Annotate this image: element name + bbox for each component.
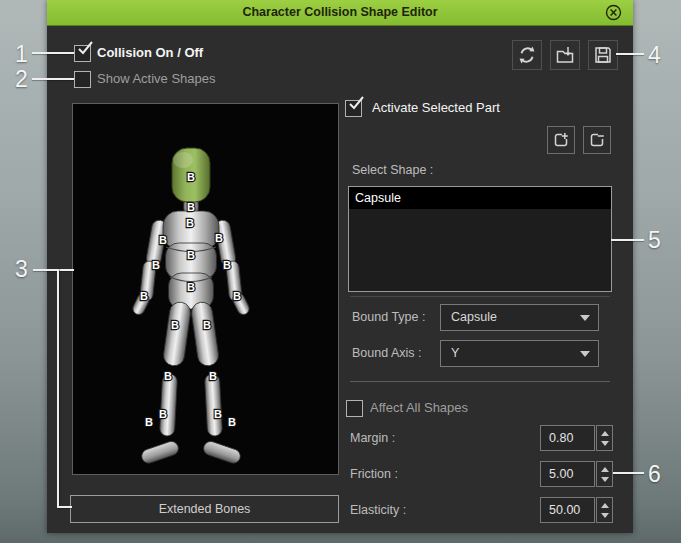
section-divider: [350, 381, 610, 382]
extended-bones-button[interactable]: Extended Bones: [70, 495, 339, 523]
bound-type-value: Capsule: [441, 305, 598, 330]
callout-5-label: 5: [648, 227, 661, 254]
triangle-up-icon[interactable]: [601, 431, 609, 436]
callout-1-line: [32, 52, 74, 54]
check-icon: [76, 40, 95, 57]
chevron-down-icon: [580, 351, 590, 357]
triangle-up-icon[interactable]: [601, 503, 609, 508]
margin-input[interactable]: 0.80: [540, 425, 595, 451]
show-active-shapes-label: Show Active Shapes: [97, 71, 216, 87]
bound-axis-value: Y: [441, 341, 598, 366]
svg-text:B: B: [159, 408, 167, 420]
dialog-title: Character Collision Shape Editor: [47, 0, 633, 25]
close-button[interactable]: [605, 4, 622, 21]
margin-label: Margin :: [350, 431, 395, 445]
add-shape-button[interactable]: [547, 126, 575, 154]
title-bar: Character Collision Shape Editor: [47, 0, 633, 26]
activate-selected-part-label: Activate Selected Part: [372, 100, 500, 116]
svg-text:B: B: [233, 290, 241, 302]
remove-shape-button[interactable]: [583, 126, 611, 154]
svg-text:B: B: [186, 217, 194, 229]
svg-text:B: B: [209, 370, 217, 382]
svg-text:B: B: [187, 249, 195, 261]
triangle-down-icon[interactable]: [601, 441, 609, 446]
leg-bones: [140, 301, 242, 465]
shape-list[interactable]: Capsule: [348, 186, 612, 292]
svg-text:B: B: [164, 370, 172, 382]
triangle-down-icon[interactable]: [601, 477, 609, 482]
import-button[interactable]: [550, 40, 580, 70]
affect-all-shapes-checkbox[interactable]: [346, 400, 363, 417]
callout-3-line: [33, 269, 74, 271]
callout-6-label: 6: [648, 461, 661, 488]
svg-text:B: B: [223, 259, 231, 271]
svg-text:B: B: [203, 319, 211, 331]
svg-text:B: B: [215, 232, 223, 244]
bound-axis-label: Bound Axis :: [352, 346, 422, 360]
svg-text:B: B: [159, 234, 167, 246]
callout-1-label: 1: [15, 41, 28, 68]
margin-stepper[interactable]: [596, 425, 613, 451]
triangle-up-icon[interactable]: [601, 467, 609, 472]
callout-4-label: 4: [648, 42, 661, 69]
section-divider: [350, 296, 610, 297]
callout-6-line: [613, 472, 644, 474]
save-button[interactable]: [588, 40, 618, 70]
svg-text:B: B: [152, 259, 160, 271]
svg-text:B: B: [187, 201, 195, 213]
triangle-down-icon[interactable]: [601, 513, 609, 518]
svg-text:B: B: [187, 171, 195, 183]
shape-minus-icon: [588, 131, 606, 149]
callout-2-line: [32, 78, 74, 80]
svg-text:B: B: [145, 416, 153, 428]
shape-plus-icon: [552, 131, 570, 149]
svg-text:B: B: [214, 408, 222, 420]
elasticity-stepper[interactable]: [596, 497, 613, 523]
callout-4-line: [616, 53, 644, 55]
list-item[interactable]: Capsule: [349, 187, 611, 209]
elasticity-input[interactable]: 50.00: [540, 497, 595, 523]
character-model: B B B B B B B B B B B B B B B B B B B: [73, 104, 338, 474]
bound-type-label: Bound Type :: [352, 310, 425, 324]
circular-arrows-icon: [517, 45, 537, 65]
character-preview-viewport[interactable]: B B B B B B B B B B B B B B B B B B B: [72, 103, 339, 475]
collision-shape-editor-dialog: Character Collision Shape Editor Collisi…: [47, 0, 633, 533]
svg-text:B: B: [187, 281, 195, 293]
floppy-disk-icon: [593, 45, 613, 65]
collision-on-off-checkbox[interactable]: [74, 45, 91, 62]
circle-x-icon: [605, 4, 622, 21]
bound-type-dropdown[interactable]: Capsule: [440, 304, 599, 331]
friction-stepper[interactable]: [596, 461, 613, 487]
svg-text:B: B: [140, 290, 148, 302]
collision-on-off-label: Collision On / Off: [97, 45, 203, 61]
callout-5-line: [611, 239, 644, 241]
check-icon: [347, 95, 366, 112]
affect-all-shapes-label: Affect All Shapes: [370, 400, 468, 416]
svg-text:B: B: [171, 319, 179, 331]
callout-3-bottom-line: [57, 506, 72, 508]
chevron-down-icon: [580, 315, 590, 321]
elasticity-label: Elasticity :: [350, 503, 406, 517]
friction-input[interactable]: 5.00: [540, 461, 595, 487]
select-shape-label: Select Shape :: [352, 163, 433, 177]
callout-3-vertical-line: [57, 269, 59, 508]
bound-axis-dropdown[interactable]: Y: [440, 340, 599, 367]
svg-text:B: B: [228, 416, 236, 428]
reset-button[interactable]: [512, 40, 542, 70]
callout-3-label: 3: [15, 256, 28, 283]
activate-selected-part-checkbox[interactable]: [345, 100, 362, 117]
show-active-shapes-checkbox[interactable]: [74, 71, 91, 88]
callout-2-label: 2: [15, 66, 28, 93]
friction-label: Friction :: [350, 467, 398, 481]
folder-arrow-down-icon: [555, 45, 575, 65]
